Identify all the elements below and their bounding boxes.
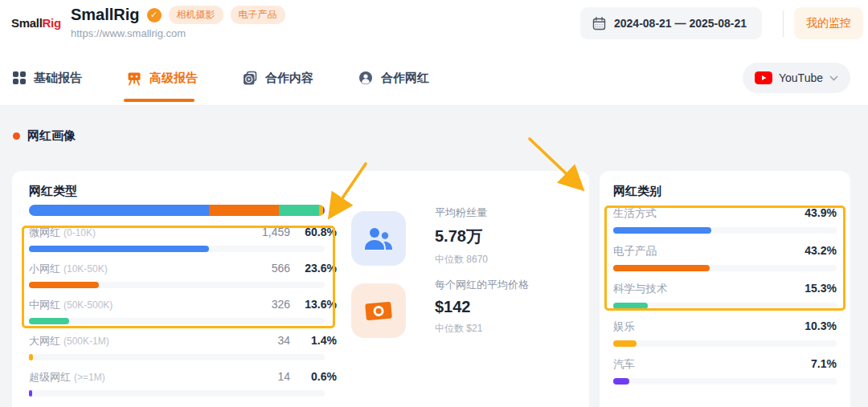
header-divider — [783, 10, 784, 37]
type-range: (10K-50K) — [63, 263, 108, 275]
camera-icon-tile — [351, 283, 406, 338]
avg-price-stat: 每个网红的平均价格 $142 中位数 $21 — [351, 283, 529, 338]
tab-advanced-label: 高级报告 — [149, 71, 198, 86]
category-percent: 15.3% — [805, 282, 837, 295]
section-bullet-icon — [13, 132, 20, 140]
avg-followers-median: 中位数 8670 — [435, 253, 488, 267]
type-count: 34 — [234, 334, 290, 347]
type-row-micro: 微网红 (0-10K) 1,459 60.8% — [29, 226, 337, 262]
type-row-small: 小网红 (10K-50K) 566 23.6% — [29, 262, 337, 298]
influencer-type-card: 网红类型 微网红 (0-10K) 1,459 60.8% 小网红 — [12, 171, 589, 407]
tab-collab-content[interactable]: 合作内容 — [242, 50, 313, 106]
tab-influencers-label: 合作网红 — [381, 71, 429, 86]
category-bar — [613, 265, 710, 271]
type-range: (0-10K) — [63, 227, 96, 238]
category-row-entertainment: 娱乐 10.3% — [613, 319, 837, 357]
category-bar — [613, 340, 637, 347]
category-percent: 43.2% — [805, 244, 837, 257]
type-count: 1,459 — [234, 226, 290, 238]
avg-price-value: $142 — [435, 298, 529, 316]
tab-basic-report[interactable]: 基础报告 — [12, 50, 82, 106]
type-label: 小网红 — [29, 262, 60, 276]
influencer-type-stacked-bar — [29, 205, 325, 216]
category-label: 娱乐 — [613, 319, 635, 334]
category-bar — [613, 303, 648, 309]
active-tab-underline — [124, 99, 194, 102]
video-icon — [242, 70, 258, 86]
smallrig-analytics-page: SmallRig SmallRig ✓ 相机摄影 电子产品 https://ww… — [0, 0, 868, 407]
page-header: SmallRig SmallRig ✓ 相机摄影 电子产品 https://ww… — [0, 0, 868, 50]
type-row-mid: 中网红 (50K-500K) 326 13.6% — [29, 298, 337, 334]
tab-collab-influencers[interactable]: 合作网红 — [358, 50, 429, 106]
type-bar — [29, 246, 209, 252]
logo-text-rig: Rig — [43, 16, 61, 30]
category-bar — [613, 378, 629, 385]
type-count: 14 — [234, 370, 290, 383]
bar-track — [29, 354, 325, 360]
type-range: (>=1M) — [74, 372, 105, 383]
influencer-type-list: 微网红 (0-10K) 1,459 60.8% 小网红 (10K-50K) 56… — [29, 226, 337, 406]
category-label: 生活方式 — [613, 206, 657, 221]
tab-advanced-report[interactable]: 高级报告 — [126, 50, 198, 106]
influencer-category-title: 网红类别 — [613, 184, 661, 199]
bar-track — [613, 303, 837, 309]
date-range-value: 2024-08-21 — 2025-08-21 — [614, 17, 747, 30]
influencer-category-card: 网红类别 生活方式 43.9% 电子产品 43.2% 科学与技术 15.3 — [600, 171, 850, 407]
avg-price-median: 中位数 $21 — [435, 322, 529, 336]
bar-track — [29, 318, 325, 324]
avg-followers-stat: 平均粉丝量 5.78万 中位数 8670 — [351, 211, 488, 267]
type-label: 超级网红 — [29, 370, 71, 385]
brand-tag-electronics: 电子产品 — [231, 6, 285, 24]
tab-content-label: 合作内容 — [265, 71, 313, 86]
type-count: 566 — [234, 262, 290, 275]
my-monitor-button[interactable]: 我的监控 — [794, 7, 863, 39]
type-bar — [29, 282, 99, 288]
platform-selector[interactable]: YouTube — [743, 63, 850, 93]
avg-followers-label: 平均粉丝量 — [435, 206, 488, 220]
brand-block: SmallRig ✓ 相机摄影 电子产品 https://www.smallri… — [71, 6, 285, 39]
type-bar — [29, 354, 33, 360]
tab-basic-label: 基础报告 — [34, 71, 82, 86]
type-row-big: 大网红 (500K-1M) 34 1.4% — [29, 334, 337, 370]
type-bar — [29, 318, 69, 324]
bar-track — [613, 340, 837, 347]
grid-icon — [12, 71, 27, 85]
type-percent: 60.8% — [290, 226, 337, 238]
category-percent: 43.9% — [805, 206, 837, 219]
type-range: (500K-1M) — [63, 336, 109, 347]
type-bar — [29, 390, 32, 397]
category-row-auto: 汽车 7.1% — [613, 357, 837, 395]
bar-track — [29, 390, 325, 397]
logo-text-small: Small — [11, 16, 43, 30]
category-percent: 7.1% — [811, 357, 837, 370]
camera-icon — [362, 297, 395, 324]
stacked-bar-segment — [29, 205, 209, 216]
stacked-bar-segment — [209, 205, 279, 216]
youtube-icon — [755, 71, 772, 84]
category-row-science-tech: 科学与技术 15.3% — [613, 282, 837, 319]
bar-track — [613, 378, 837, 385]
type-label: 中网红 — [29, 298, 60, 312]
person-icon — [358, 70, 374, 86]
smallrig-logo: SmallRig — [11, 16, 61, 30]
type-percent: 1.4% — [290, 334, 337, 347]
category-label: 科学与技术 — [613, 282, 668, 296]
bar-track — [613, 227, 837, 234]
bar-track — [613, 265, 837, 271]
category-percent: 10.3% — [805, 319, 837, 332]
type-count: 326 — [234, 298, 290, 311]
type-percent: 13.6% — [290, 298, 337, 311]
bar-track — [29, 282, 325, 288]
category-bar — [613, 227, 711, 234]
category-row-lifestyle: 生活方式 43.9% — [613, 206, 837, 244]
type-label: 微网红 — [29, 226, 60, 240]
followers-icon-tile — [351, 211, 406, 266]
date-range-picker[interactable]: 2024-08-21 — 2025-08-21 — [580, 7, 762, 39]
avg-followers-value: 5.78万 — [435, 226, 488, 247]
brand-tag-camera: 相机摄影 — [169, 6, 223, 24]
influencer-type-title: 网红类型 — [29, 184, 77, 199]
type-percent: 23.6% — [290, 262, 337, 275]
influencer-category-list: 生活方式 43.9% 电子产品 43.2% 科学与技术 15.3% — [613, 206, 837, 395]
brand-url[interactable]: https://www.smallrig.com — [71, 27, 285, 39]
type-row-super: 超级网红 (>=1M) 14 0.6% — [29, 370, 337, 406]
